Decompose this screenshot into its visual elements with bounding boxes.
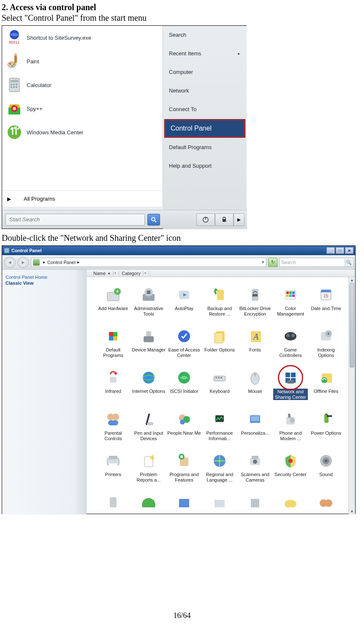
partial-icon[interactable] [238, 492, 272, 513]
power-button[interactable] [196, 213, 215, 226]
start-menu-control-panel[interactable]: Control Panel [165, 120, 245, 137]
cp-item-backup-and-restore[interactable]: Backup and Restore ... [202, 285, 237, 317]
cp-item-label: Printers [105, 472, 121, 483]
start-menu-network[interactable]: Network [163, 82, 247, 100]
partial-icon[interactable] [273, 492, 308, 513]
cp-item-ease-of-access-center[interactable]: Ease of Access Center [167, 326, 201, 358]
cp-item-pen-and-input-devices[interactable]: Pen and Input Devices [131, 409, 166, 441]
cp-item-personaliza[interactable]: Personaliza... [238, 409, 272, 441]
start-menu-item-paint[interactable]: Paint [2, 49, 163, 73]
start-search-button[interactable] [147, 214, 160, 226]
start-menu-item-label: Shortcut to SiteSurvey.exe [27, 35, 91, 41]
start-menu-recent-items[interactable]: Recent Items [163, 44, 247, 63]
cp-item-label: Personaliza... [241, 430, 269, 441]
cp-item-add-hardware[interactable]: +Add Hardware [96, 285, 130, 317]
cp-item-label: Internet Options [132, 389, 165, 400]
start-menu-item-calculator[interactable]: Calculator [2, 73, 163, 97]
cp-icon [139, 326, 159, 346]
cp-item-autoplay[interactable]: AutoPlay [167, 285, 201, 317]
cp-item-indexing-options[interactable]: Indexing Options [309, 326, 343, 358]
cp-item-bitlocker-drive-encryption[interactable]: BitLocker Drive Encryption [238, 285, 272, 317]
cp-item-administrative-tools[interactable]: Administrative Tools [131, 285, 166, 317]
instruction-text-1: Select "Control Panel" from the start me… [2, 13, 362, 23]
cp-item-folder-options[interactable]: Folder Options [202, 326, 237, 358]
start-menu-search[interactable]: Search [163, 26, 247, 44]
svg-rect-10 [11, 84, 12, 85]
svg-rect-32 [147, 291, 150, 294]
cp-item-sound[interactable]: Sound [309, 451, 343, 483]
svg-rect-121 [110, 497, 117, 507]
partial-icon[interactable] [309, 492, 343, 513]
cp-item-performance-informati[interactable]: Performance Informati... [202, 409, 237, 441]
cp-item-default-programs[interactable]: Default Programs [96, 326, 130, 358]
control-panel-icon [4, 248, 10, 253]
address-search[interactable]: Search 🔍 [279, 258, 353, 267]
cp-item-iscsi-initiator[interactable]: iSCSI Initiator [167, 368, 201, 400]
cp-item-offline-files[interactable]: Offline Files [309, 368, 343, 400]
cp-item-security-center[interactable]: Security Center [273, 451, 308, 483]
cp-item-printers[interactable]: Printers [96, 451, 130, 483]
options-arrow-button[interactable]: ▸ [234, 213, 244, 226]
svg-rect-79 [291, 373, 296, 377]
cp-icon [103, 368, 123, 388]
sort-category-column[interactable]: Category │▾ [119, 271, 149, 276]
cp-item-color-management[interactable]: Color Management [273, 285, 308, 317]
cp-icon [174, 326, 194, 346]
cp-icon [174, 285, 194, 305]
minimize-button[interactable]: _ [326, 247, 335, 254]
cp-item-parental-controls[interactable]: Parental Controls [96, 409, 130, 441]
maximize-button[interactable]: □ [336, 247, 344, 254]
start-menu-item-wmc[interactable]: Windows Media Center [2, 120, 163, 144]
start-menu-bottom-bar: ▸ [2, 210, 247, 229]
cp-item-phone-and-modem[interactable]: Phone and Modem ... [273, 409, 308, 441]
scrollbar-thumb[interactable] [350, 283, 354, 368]
refresh-button[interactable]: ↻ [268, 258, 277, 267]
partial-icon[interactable] [167, 492, 201, 513]
svg-rect-73 [218, 377, 220, 378]
scrollbar[interactable]: ▲ ▼ [348, 277, 355, 515]
sidebar-home-link[interactable]: Control Panel Home [5, 275, 83, 280]
partial-icon[interactable] [202, 492, 237, 513]
partial-icon[interactable] [96, 492, 130, 513]
svg-point-67 [114, 372, 117, 375]
cp-item-power-options[interactable]: Power Options [309, 409, 343, 441]
start-menu-item-label: Paint [27, 58, 39, 65]
cp-item-problem-reports-a[interactable]: !Problem Reports a... [131, 451, 166, 483]
cp-item-people-near-me[interactable]: People Near Me [167, 409, 201, 441]
close-button[interactable]: ✕ [345, 247, 353, 254]
cp-item-keyboard[interactable]: Keyboard [202, 368, 237, 400]
svg-rect-82 [287, 380, 294, 384]
cp-item-infrared[interactable]: Infrared [96, 368, 130, 400]
cp-item-label: Parental Controls [96, 430, 130, 441]
cp-item-programs-and-features[interactable]: Programs and Features [167, 451, 201, 483]
cp-item-fonts[interactable]: AFonts [238, 326, 272, 358]
cp-item-scanners-and-cameras[interactable]: Scanners and Cameras [238, 451, 272, 483]
start-menu-default-programs[interactable]: Default Programs [163, 138, 247, 157]
lock-button[interactable] [215, 213, 234, 226]
cp-item-internet-options[interactable]: Internet Options [131, 368, 166, 400]
all-programs-button[interactable]: ▶ All Programs [2, 191, 163, 207]
start-search-input[interactable] [5, 214, 145, 226]
cp-item-game-controllers[interactable]: Game Controllers [273, 326, 308, 358]
sort-name-column[interactable]: Name ▲ │▾ [91, 271, 119, 276]
start-menu-item-spy[interactable]: Spy++ [2, 97, 163, 120]
cp-item-network-and-sharing-center[interactable]: Network and Sharing Center [273, 368, 308, 400]
start-menu-computer[interactable]: Computer [163, 63, 247, 82]
breadcrumb-bar[interactable]: ▸ Control Panel ▸ ▾ [31, 258, 266, 267]
forward-button[interactable]: ► [17, 257, 29, 268]
scroll-down-icon[interactable]: ▼ [349, 509, 355, 515]
svg-point-60 [285, 332, 296, 340]
cp-item-date-and-time[interactable]: 15Date and Time [309, 285, 343, 317]
cp-item-mouse[interactable]: Mouse [238, 368, 272, 400]
cp-item-regional-and-language[interactable]: Regional and Language ... [202, 451, 237, 483]
back-button[interactable]: ◄ [4, 257, 16, 268]
sidebar-classic-view-link[interactable]: Classic View [5, 280, 83, 286]
cp-item-label: Default Programs [96, 347, 130, 358]
start-menu-help-support[interactable]: Help and Support [163, 157, 247, 175]
start-menu-connect-to[interactable]: Connect To [163, 100, 247, 119]
cp-item-device-manager[interactable]: Device Manager [131, 326, 166, 358]
start-menu-item-sitesurvey[interactable]: 80211 Shortcut to SiteSurvey.exe [2, 26, 163, 49]
partial-icon[interactable] [131, 492, 166, 513]
scroll-up-icon[interactable]: ▲ [349, 277, 355, 283]
svg-point-122 [142, 498, 155, 507]
